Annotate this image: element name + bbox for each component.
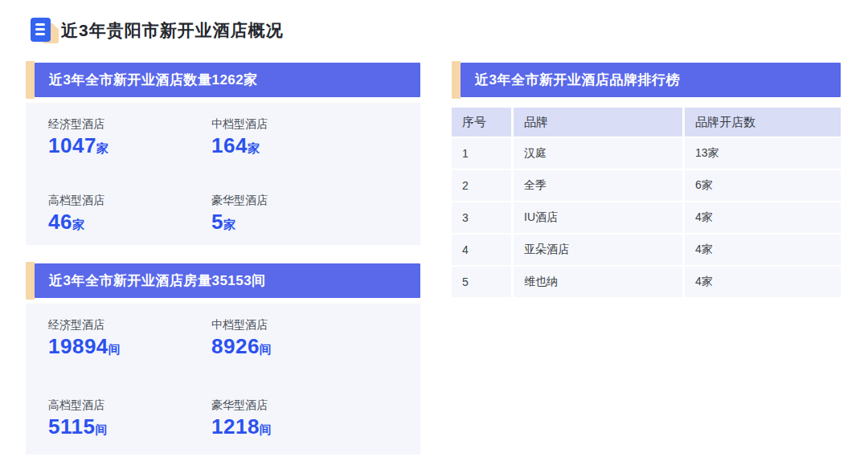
stat-label: 经济型酒店: [48, 316, 211, 333]
stat-upscale-hotels: 高档型酒店 46家: [48, 192, 211, 246]
brand-ranking-card: 近3年全市新开业酒店品牌排行榜 序号 品牌 品牌开店数 1 汉庭 13家 2 全…: [452, 63, 841, 297]
stat-unit: 家: [96, 141, 108, 155]
stat-number: 1047: [48, 133, 96, 157]
table-cell-rank: 1: [452, 138, 511, 169]
room-count-card-header: 近3年全市新开业酒店房量35153间: [35, 263, 420, 298]
column-header-brand: 品牌: [514, 108, 682, 137]
stat-unit: 家: [248, 141, 260, 155]
hotel-count-card-body: 经济型酒店 1047家 中档型酒店 164家 高档型酒店 46家 豪华型酒店 5…: [26, 103, 420, 245]
report-page: 近3年贵阳市新开业酒店概况 近3年全市新开业酒店数量1262家 经济型酒店 10…: [0, 0, 868, 457]
stat-value: 19894间: [48, 334, 211, 361]
hotel-count-card: 近3年全市新开业酒店数量1262家 经济型酒店 1047家 中档型酒店 164家…: [26, 63, 420, 245]
stat-upscale-rooms: 高档型酒店 5115间: [48, 397, 211, 455]
stat-label: 经济型酒店: [48, 116, 211, 132]
page-title-row: 近3年贵阳市新开业酒店概况: [31, 18, 284, 43]
stat-number: 5: [211, 210, 223, 234]
table-cell-brand: 汉庭: [514, 138, 682, 169]
stat-economy-hotels: 经济型酒店 1047家: [48, 116, 211, 169]
stat-value: 5家: [211, 210, 404, 237]
stat-number: 19894: [48, 334, 108, 358]
column-header-store-count: 品牌开店数: [685, 108, 841, 137]
room-count-card-body: 经济型酒店 19894间 中档型酒店 8926间 高档型酒店 5115间 豪华型…: [26, 304, 420, 455]
stat-number: 5115: [48, 414, 95, 439]
brand-ranking-card-header: 近3年全市新开业酒店品牌排行榜: [461, 63, 841, 97]
stat-number: 1218: [211, 414, 260, 439]
stat-value: 46家: [48, 210, 211, 237]
table-cell-rank: 5: [452, 267, 511, 297]
table-cell-count: 4家: [685, 202, 841, 233]
room-count-card-title: 近3年全市新开业酒店房量35153间: [49, 271, 266, 290]
list-doc-icon: [31, 18, 51, 42]
stat-midscale-hotels: 中档型酒店 164家: [211, 116, 404, 169]
stat-number: 164: [211, 133, 248, 157]
stat-unit: 间: [260, 422, 272, 436]
stat-value: 8926间: [211, 334, 404, 361]
stat-label: 豪华型酒店: [211, 192, 404, 208]
table-cell-rank: 3: [452, 202, 511, 233]
brand-ranking-table: 序号 品牌 品牌开店数 1 汉庭 13家 2 全季 6家 3 IU酒店 4家 4…: [452, 108, 841, 297]
stat-unit: 间: [108, 342, 121, 356]
table-cell-count: 4家: [685, 235, 841, 265]
stat-unit: 间: [260, 342, 272, 356]
stat-label: 中档型酒店: [211, 316, 404, 333]
column-header-rank: 序号: [452, 108, 511, 137]
hotel-count-card-header: 近3年全市新开业酒店数量1262家: [35, 63, 420, 97]
stat-label: 豪华型酒店: [211, 397, 404, 413]
table-cell-brand: 全季: [514, 170, 682, 201]
stat-luxury-rooms: 豪华型酒店 1218间: [211, 397, 404, 455]
table-cell-brand: IU酒店: [514, 202, 682, 233]
table-cell-count: 13家: [685, 138, 841, 169]
document-icon: [31, 18, 61, 43]
stat-value: 5115间: [48, 414, 211, 442]
stat-unit: 家: [223, 218, 235, 231]
brand-ranking-card-title: 近3年全市新开业酒店品牌排行榜: [475, 71, 680, 89]
stat-midscale-rooms: 中档型酒店 8926间: [211, 316, 404, 374]
table-cell-brand: 亚朵酒店: [514, 235, 682, 265]
stat-economy-rooms: 经济型酒店 19894间: [48, 316, 211, 374]
table-cell-rank: 2: [452, 170, 511, 201]
stat-unit: 间: [95, 422, 107, 436]
table-cell-rank: 4: [452, 235, 511, 265]
stat-value: 164家: [211, 133, 404, 161]
stat-label: 高档型酒店: [48, 192, 211, 208]
stat-value: 1047家: [48, 133, 211, 161]
stat-label: 高档型酒店: [48, 397, 211, 413]
table-cell-count: 6家: [685, 170, 841, 201]
hotel-count-card-title: 近3年全市新开业酒店数量1262家: [49, 71, 258, 89]
stat-label: 中档型酒店: [211, 116, 404, 132]
stat-number: 46: [48, 210, 72, 234]
stat-number: 8926: [211, 334, 260, 358]
stat-luxury-hotels: 豪华型酒店 5家: [211, 192, 404, 246]
table-cell-brand: 维也纳: [514, 267, 682, 297]
page-title: 近3年贵阳市新开业酒店概况: [61, 19, 284, 42]
table-cell-count: 4家: [685, 267, 841, 297]
stat-value: 1218间: [211, 414, 404, 442]
room-count-card: 近3年全市新开业酒店房量35153间 经济型酒店 19894间 中档型酒店 89…: [26, 263, 420, 455]
stat-unit: 家: [72, 218, 84, 231]
